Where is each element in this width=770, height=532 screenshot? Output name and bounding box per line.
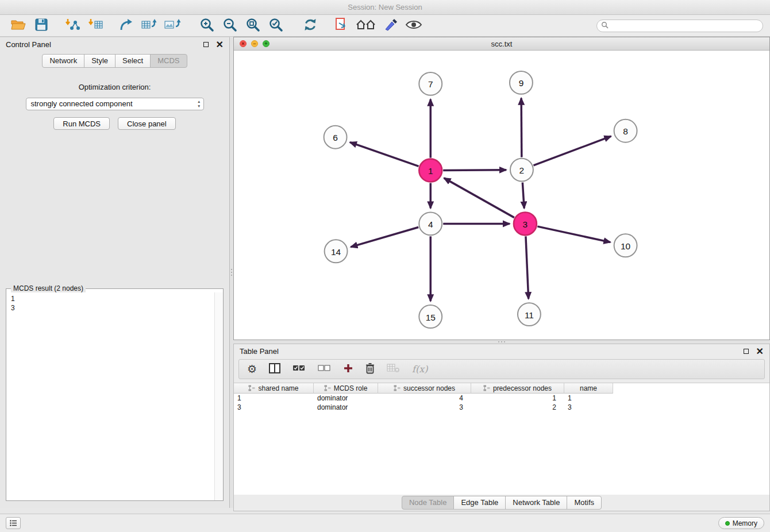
window-titlebar[interactable]: Session: New Session [0, 0, 770, 15]
import-table-icon [87, 18, 103, 34]
eye-icon [405, 19, 422, 33]
column-header-name[interactable]: name [564, 383, 613, 394]
network-view-window: scc.txt × − + 7968124314101511 [233, 37, 770, 340]
cell-predecessor-nodes[interactable]: 1 [471, 394, 564, 403]
column-label: predecessor nodes [493, 384, 552, 392]
cell-successor-nodes[interactable]: 4 [378, 394, 471, 403]
zoom-in-button[interactable] [198, 17, 215, 34]
export-table-button[interactable] [141, 17, 158, 34]
criterion-dropdown[interactable]: strongly connected component ▲▼ [26, 98, 204, 110]
network-window-titlebar[interactable]: scc.txt × − + [234, 37, 769, 51]
table-panel: Table Panel ✕ ⚙ f(x) [233, 344, 770, 511]
graph-node-label: 10 [621, 241, 630, 251]
result-scrollbar[interactable] [214, 292, 223, 500]
tab-network-table[interactable]: Network Table [505, 496, 567, 510]
create-column-plus-icon[interactable] [343, 363, 353, 376]
show-columns-icon[interactable] [269, 363, 280, 376]
save-floppy-icon [35, 18, 48, 33]
cell-name[interactable]: 3 [564, 403, 613, 412]
network-canvas[interactable]: 7968124314101511 [234, 51, 769, 340]
graph-edge-2-3[interactable] [522, 183, 524, 209]
graph-node-label: 4 [428, 219, 433, 229]
zoom-fit-button[interactable] [244, 17, 261, 34]
save-session-button[interactable] [33, 17, 50, 34]
tab-style[interactable]: Style [84, 54, 116, 68]
table-tabs: Node Table Edge Table Network Table Moti… [234, 495, 769, 511]
delete-table-icon[interactable] [387, 363, 400, 375]
export-image-button[interactable] [164, 17, 181, 34]
function-builder-icon[interactable]: f(x) [412, 364, 428, 375]
maximize-window-icon[interactable]: + [263, 40, 270, 47]
memory-button[interactable]: Memory [718, 517, 764, 529]
tab-edge-table[interactable]: Edge Table [453, 496, 506, 510]
open-session-button[interactable] [10, 17, 27, 34]
graph-node-label: 11 [525, 310, 534, 320]
mcds-result-box: MCDS result (2 nodes) 1 3 [6, 284, 224, 501]
graph-node-label: 1 [428, 166, 433, 176]
table-toolbar: ⚙ f(x) [238, 359, 765, 379]
zoom-out-button[interactable] [221, 17, 238, 34]
first-neighbors-button[interactable] [356, 17, 376, 34]
column-header-shared-name[interactable]: shared name [234, 383, 314, 394]
zoom-selected-button[interactable] [267, 17, 284, 34]
status-bar: Memory [0, 514, 770, 532]
column-header-successor-nodes[interactable]: successor nodes [378, 383, 471, 394]
column-label: shared name [258, 384, 298, 392]
table-empty-area [234, 412, 769, 495]
close-panel-icon[interactable]: ✕ [216, 40, 224, 49]
table-settings-gear-icon[interactable]: ⚙ [247, 364, 257, 375]
app-window: Session: New Session [0, 0, 770, 532]
select-all-columns-icon[interactable] [292, 364, 306, 375]
tab-mcds[interactable]: MCDS [150, 54, 187, 68]
control-panel: Control Panel ✕ Network Style Select MCD… [0, 37, 230, 508]
import-table-button[interactable] [87, 17, 104, 34]
table-header-row: shared name MCDS role successor nodes pr… [234, 383, 769, 394]
unselect-all-columns-icon[interactable] [318, 364, 331, 375]
cell-shared-name[interactable]: 3 [234, 403, 314, 412]
tab-network[interactable]: Network [42, 54, 84, 68]
criterion-dropdown-value: strongly connected component [31, 99, 133, 108]
graph-edge-4-14[interactable] [351, 227, 418, 246]
run-mcds-button[interactable]: Run MCDS [53, 117, 110, 130]
table-header-filler [613, 383, 769, 394]
close-panel-button[interactable]: Close panel [118, 117, 176, 130]
cell-successor-nodes[interactable]: 3 [378, 403, 471, 412]
main-toolbar [0, 15, 770, 37]
graph-edge-3-10[interactable] [537, 226, 610, 242]
delete-column-trash-icon[interactable] [365, 363, 375, 376]
cell-mcds-role[interactable]: dominator [314, 403, 378, 412]
minimize-window-icon[interactable]: − [251, 40, 258, 47]
graph-edge-3-11[interactable] [526, 236, 529, 299]
table-row[interactable]: 1 dominator 4 1 1 [234, 394, 769, 403]
column-attr-icon [324, 385, 331, 391]
cell-mcds-role[interactable]: dominator [314, 394, 378, 403]
graph-edge-2-8[interactable] [533, 136, 611, 165]
export-network-button[interactable] [118, 17, 135, 34]
network-graph[interactable]: 7968124314101511 [234, 51, 769, 340]
float-panel-icon[interactable] [203, 42, 209, 47]
float-table-panel-icon[interactable] [744, 349, 749, 354]
refresh-view-button[interactable] [302, 17, 319, 34]
task-history-button[interactable] [6, 517, 21, 529]
graph-edge-1-2[interactable] [443, 170, 506, 171]
graph-edge-2-9[interactable] [521, 98, 522, 157]
tab-motifs[interactable]: Motifs [567, 496, 602, 510]
cell-name[interactable]: 1 [564, 394, 613, 403]
column-header-mcds-role[interactable]: MCDS role [314, 383, 378, 394]
close-table-panel-icon[interactable]: ✕ [756, 347, 764, 356]
window-title: Session: New Session [348, 3, 422, 11]
show-hide-button[interactable] [405, 17, 422, 34]
close-window-icon[interactable]: × [240, 40, 247, 47]
network-from-file-button[interactable] [333, 17, 350, 34]
style-paint-button[interactable] [382, 17, 399, 34]
graph-edge-3-1[interactable] [444, 178, 514, 218]
column-header-predecessor-nodes[interactable]: predecessor nodes [471, 383, 564, 394]
tab-select[interactable]: Select [115, 54, 151, 68]
cell-shared-name[interactable]: 1 [234, 394, 314, 403]
table-row[interactable]: 3 dominator 3 2 3 [234, 403, 769, 412]
search-input[interactable] [611, 22, 759, 30]
graph-edge-1-6[interactable] [350, 142, 418, 167]
import-network-button[interactable] [64, 17, 81, 34]
tab-node-table[interactable]: Node Table [402, 496, 455, 510]
cell-predecessor-nodes[interactable]: 2 [471, 403, 564, 412]
